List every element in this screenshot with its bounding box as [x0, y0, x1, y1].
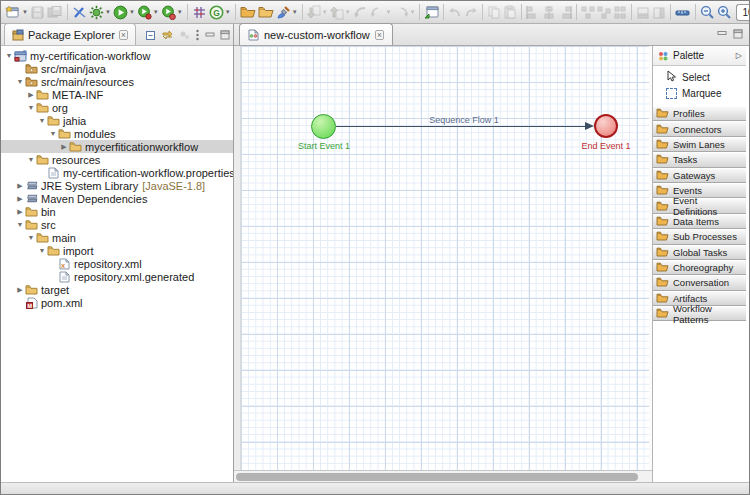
minimize-editor-icon[interactable]	[717, 29, 727, 38]
align-center-icon	[541, 2, 557, 22]
run-icon[interactable]: ▼	[112, 2, 136, 22]
tree-item-label: pom.xml	[41, 297, 83, 309]
tree-item-my-certification-workflow[interactable]: ▼MJmy-certification-workflow	[1, 49, 233, 62]
tree-item-src-main-java[interactable]: src/main/java	[1, 62, 233, 75]
palette-drawer-tasks[interactable]: Tasks	[653, 152, 746, 167]
palette-tool-marquee[interactable]: Marquee	[653, 85, 746, 101]
tree-item-maven-dependencies[interactable]: ▶Maven Dependencies	[1, 192, 233, 205]
tree-item-src-main-resources[interactable]: ▼src/main/resources	[1, 75, 233, 88]
palette-drawer-event-definitions[interactable]: Event Definitions	[653, 198, 746, 213]
zoom-in-icon[interactable]	[716, 2, 733, 22]
expanded-arrow-icon[interactable]: ▼	[26, 104, 36, 111]
maximize-editor-icon[interactable]	[733, 29, 743, 39]
collapsed-arrow-icon[interactable]: ▶	[26, 91, 36, 99]
palette-drawer-connectors[interactable]: Connectors	[653, 121, 746, 136]
package-explorer-view: Package Explorer ×	[1, 24, 234, 483]
palette-drawer-sub-processes[interactable]: Sub Processes	[653, 229, 746, 244]
new-wizard-icon[interactable]: ▼	[4, 2, 29, 22]
tree-item-src[interactable]: ▼src	[1, 218, 233, 231]
ruler-grid-icon[interactable]	[674, 2, 692, 22]
brush-icon[interactable]: ▼	[275, 2, 299, 22]
view-menu-icon[interactable]	[195, 29, 200, 41]
hscroll-thumb[interactable]	[236, 473, 638, 481]
src-folder-icon	[25, 63, 38, 74]
palette-tool-select[interactable]: Select	[653, 69, 746, 85]
zoom-level-field[interactable]: 100%	[736, 4, 750, 21]
expanded-arrow-icon[interactable]: ▼	[15, 78, 25, 85]
tree-item-mycerfiticationworkflow[interactable]: ▶mycerfiticationworkflow	[1, 140, 233, 153]
palette-drawer-profiles[interactable]: Profiles	[653, 106, 746, 121]
palette-drawer-swim-lanes[interactable]: Swim Lanes	[653, 137, 746, 152]
collapsed-arrow-icon[interactable]: ▶	[15, 195, 25, 203]
tree-item-label: META-INF	[52, 89, 103, 101]
expanded-arrow-icon[interactable]: ▼	[48, 130, 58, 137]
debug-icon[interactable]: ▼	[88, 2, 112, 22]
end-event-node[interactable]	[594, 114, 618, 138]
distribute-h-icon	[580, 2, 596, 22]
tree-item-resources[interactable]: ▼resources	[1, 153, 233, 166]
palette-drawer-gateways[interactable]: Gateways	[653, 168, 746, 183]
open-file-icon[interactable]	[239, 2, 257, 22]
diagram-canvas[interactable]: Start Event 1 Sequence Flow 1 End Event …	[241, 46, 652, 470]
redo-icon	[463, 2, 479, 22]
tree-item-label: mycerfiticationworkflow	[85, 141, 198, 153]
tree-item-bin[interactable]: ▶bin	[1, 205, 233, 218]
tree-item-my-certification-workflow-properties[interactable]: my-certification-workflow.properties	[1, 166, 233, 179]
tree-item-target[interactable]: ▶target	[1, 283, 233, 296]
start-event-node[interactable]	[311, 114, 336, 139]
tree-item-pom-xml[interactable]: Mpom.xml	[1, 296, 233, 309]
collapsed-arrow-icon[interactable]: ▶	[15, 286, 25, 294]
web-grid-icon[interactable]	[191, 2, 208, 22]
undo-icon	[447, 2, 463, 22]
tree-item-repository-xml-generated[interactable]: repository.xml.generated	[1, 270, 233, 283]
maximize-view-icon[interactable]	[220, 30, 230, 40]
folder-icon	[25, 219, 38, 230]
minimize-view-icon[interactable]	[205, 31, 215, 40]
match-height-icon	[651, 2, 667, 22]
package-explorer-tab[interactable]: Package Explorer ×	[4, 23, 136, 45]
tree-item-meta-inf[interactable]: ▶META-INF	[1, 88, 233, 101]
drawer-label: Conversation	[673, 277, 729, 288]
toolbar-separator	[443, 4, 444, 20]
link-with-editor-icon[interactable]	[161, 29, 174, 41]
new-window-icon[interactable]	[423, 2, 440, 22]
glassfish-icon[interactable]: G▼	[208, 2, 232, 22]
save-all-icon	[46, 2, 64, 22]
palette-collapse-icon[interactable]: ▷	[736, 51, 742, 60]
collapsed-arrow-icon[interactable]: ▶	[15, 208, 25, 216]
tree-item-org[interactable]: ▼org	[1, 101, 233, 114]
expanded-arrow-icon[interactable]: ▼	[37, 117, 47, 124]
editor-tab-label: new-custom-workflow	[264, 29, 370, 41]
sequence-flow-line[interactable]	[336, 126, 587, 127]
palette-header[interactable]: Palette ▷	[653, 46, 746, 66]
tree-item-modules[interactable]: ▼modules	[1, 127, 233, 140]
expanded-arrow-icon[interactable]: ▼	[37, 247, 47, 254]
editor-tab-close-icon[interactable]: ×	[375, 30, 384, 40]
expanded-arrow-icon[interactable]: ▼	[26, 234, 36, 241]
editor-tab[interactable]: new-custom-workflow ×	[239, 23, 393, 45]
zoom-out-icon[interactable]	[699, 2, 716, 22]
src-folder-icon	[25, 76, 38, 87]
skip-breakpoints-icon[interactable]	[71, 2, 88, 22]
tree-item-main[interactable]: ▼main	[1, 231, 233, 244]
expanded-arrow-icon[interactable]: ▼	[26, 156, 36, 163]
expanded-arrow-icon[interactable]: ▼	[4, 52, 14, 59]
profile-icon[interactable]: ▼	[160, 2, 184, 22]
collapse-all-icon[interactable]	[144, 29, 156, 41]
package-explorer-close-icon[interactable]: ×	[119, 30, 128, 40]
coverage-icon[interactable]: ▼	[136, 2, 160, 22]
expanded-arrow-icon[interactable]: ▼	[15, 221, 25, 228]
drawer-folder-icon	[656, 261, 669, 274]
tree-item-jre-system-library[interactable]: ▶JRE System Library[JavaSE-1.8]	[1, 179, 233, 192]
tree-item-import[interactable]: ▼import	[1, 244, 233, 257]
tree-item-jahia[interactable]: ▼jahia	[1, 114, 233, 127]
palette-drawer-global-tasks[interactable]: Global Tasks	[653, 245, 746, 260]
palette-drawer-choreography[interactable]: Choreography	[653, 260, 746, 275]
tree-item-repository-xml[interactable]: Xrepository.xml	[1, 257, 233, 270]
collapsed-arrow-icon[interactable]: ▶	[15, 182, 25, 190]
collapsed-arrow-icon[interactable]: ▶	[59, 143, 69, 151]
palette-drawer-conversation[interactable]: Conversation	[653, 275, 746, 290]
open-resource-icon[interactable]	[257, 2, 275, 22]
drawer-label: Global Tasks	[673, 247, 727, 258]
palette-drawer-workflow-patterns[interactable]: Workflow Patterns	[653, 306, 746, 321]
